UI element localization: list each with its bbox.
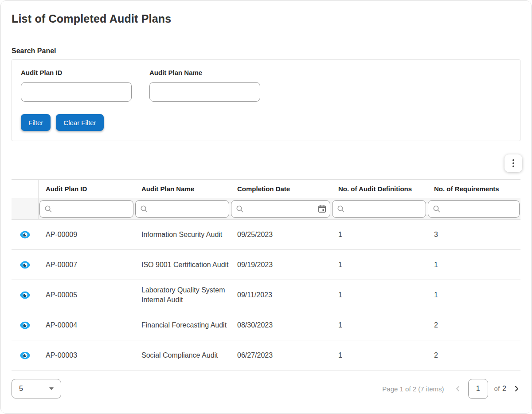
audit-plan-id-input[interactable] <box>21 82 132 102</box>
title-divider <box>12 37 520 37</box>
prev-page-button[interactable] <box>454 384 462 393</box>
table-row: AP-00005 Laboratory Quality System Inter… <box>12 280 520 310</box>
audit-plan-id-field: Audit Plan ID <box>21 69 132 102</box>
audit-plan-id-label: Audit Plan ID <box>21 69 132 76</box>
cell-audit-plan-id: AP-00004 <box>39 310 134 340</box>
filter-input-audit-definitions[interactable] <box>345 205 426 213</box>
cell-completion-date: 09/19/2023 <box>230 250 331 280</box>
table-pager: 5 Page 1 of 2 (7 items) of 2 <box>1 371 531 407</box>
filter-input-requirements[interactable] <box>441 205 519 213</box>
search-fields-row: Audit Plan ID Audit Plan Name <box>21 69 511 102</box>
filter-cell-id <box>39 198 134 219</box>
filter-cell-actions <box>12 198 39 219</box>
kebab-menu-icon <box>512 159 514 161</box>
chevron-right-icon <box>513 385 520 392</box>
table-row: AP-00007 ISO 9001 Certification Audit 09… <box>12 250 520 280</box>
column-header-audit-definitions: No. of Audit Definitions <box>331 180 427 198</box>
cell-audit-plan-id: AP-00007 <box>39 250 134 280</box>
page-title: List of Completed Audit Plans <box>12 12 520 25</box>
cell-requirements: 2 <box>427 310 520 340</box>
view-eye-icon[interactable] <box>20 351 31 359</box>
column-header-audit-plan-name: Audit Plan Name <box>134 180 230 198</box>
filter-cell-name <box>134 198 230 219</box>
search-panel-title: Search Panel <box>12 47 520 55</box>
pager-controls: Page 1 of 2 (7 items) of 2 <box>382 379 520 399</box>
table-menu-button[interactable] <box>505 154 522 172</box>
cell-audit-definitions: 1 <box>331 310 427 340</box>
chevron-left-icon <box>455 385 461 392</box>
view-eye-icon[interactable] <box>20 321 31 329</box>
table-row: AP-00004 Financial Forecasting Audit 08/… <box>12 310 520 340</box>
filter-cell-defs <box>331 198 427 219</box>
table-row: AP-00009 Information Security Audit 09/2… <box>12 220 520 250</box>
audit-plan-name-label: Audit Plan Name <box>149 69 260 76</box>
table-header-row: Audit Plan ID Audit Plan Name Completion… <box>12 180 520 198</box>
audit-plan-name-field: Audit Plan Name <box>149 69 260 102</box>
cell-audit-definitions: 1 <box>331 340 427 370</box>
cell-audit-definitions: 1 <box>331 250 427 280</box>
cell-audit-plan-id: AP-00003 <box>39 340 134 370</box>
of-label: of <box>494 385 500 392</box>
cell-completion-date: 08/30/2023 <box>230 310 331 340</box>
filter-cell-date <box>230 198 331 219</box>
search-icon <box>44 205 52 213</box>
search-icon <box>337 205 345 213</box>
search-buttons-row: Filter Clear Filter <box>21 114 511 131</box>
cell-audit-definitions: 1 <box>331 280 427 310</box>
table-toolbar <box>12 154 522 172</box>
cell-requirements: 3 <box>427 220 520 249</box>
page-header: List of Completed Audit Plans <box>1 1 531 25</box>
calendar-picker-button[interactable] <box>318 205 326 213</box>
cell-requirements: 1 <box>427 280 520 310</box>
cell-requirements: 2 <box>427 340 520 370</box>
table-row: AP-00003 Social Compliance Audit 06/27/2… <box>12 340 520 371</box>
search-icon <box>140 205 148 213</box>
audit-plans-card: List of Completed Audit Plans Search Pan… <box>0 0 532 414</box>
of-total-label: of 2 <box>494 385 506 393</box>
cell-audit-plan-id: AP-00009 <box>39 220 134 249</box>
cell-audit-plan-name: Social Compliance Audit <box>134 340 230 370</box>
page-summary: Page 1 of 2 (7 items) <box>382 385 444 393</box>
cell-audit-plan-id: AP-00005 <box>39 280 134 310</box>
total-pages: 2 <box>502 385 506 393</box>
search-icon <box>236 205 244 213</box>
cell-completion-date: 06/27/2023 <box>230 340 331 370</box>
view-eye-icon[interactable] <box>20 291 31 299</box>
cell-audit-plan-name: Laboratory Quality System Internal Audit <box>134 280 230 310</box>
filter-input-completion-date[interactable] <box>244 205 318 213</box>
audit-plans-table: Audit Plan ID Audit Plan Name Completion… <box>12 179 520 371</box>
page-size-select[interactable]: 5 <box>12 379 61 398</box>
cell-audit-plan-name: ISO 9001 Certification Audit <box>134 250 230 280</box>
page-number-input[interactable] <box>468 379 488 399</box>
filter-cell-reqs <box>427 198 520 219</box>
table-filter-row <box>12 198 520 220</box>
chevron-down-icon <box>49 387 54 390</box>
search-icon <box>433 205 441 213</box>
column-header-completion-date: Completion Date <box>230 180 331 198</box>
filter-input-audit-plan-id[interactable] <box>52 205 133 213</box>
column-header-requirements: No. of Requirements <box>427 180 520 198</box>
filter-input-audit-plan-name[interactable] <box>148 205 229 213</box>
cell-audit-plan-name: Financial Forecasting Audit <box>134 310 230 340</box>
actions-column-header <box>12 180 39 198</box>
audit-plan-name-input[interactable] <box>149 82 260 102</box>
cell-audit-plan-name: Information Security Audit <box>134 220 230 249</box>
clear-filter-button[interactable]: Clear Filter <box>56 114 103 131</box>
filter-button[interactable]: Filter <box>21 114 51 131</box>
view-eye-icon[interactable] <box>20 261 31 269</box>
cell-requirements: 1 <box>427 250 520 280</box>
calendar-icon <box>318 205 326 213</box>
view-eye-icon[interactable] <box>20 231 31 239</box>
cell-audit-definitions: 1 <box>331 220 427 249</box>
cell-completion-date: 09/25/2023 <box>230 220 331 249</box>
column-header-audit-plan-id: Audit Plan ID <box>39 180 134 198</box>
next-page-button[interactable] <box>512 384 520 393</box>
search-panel: Audit Plan ID Audit Plan Name Filter Cle… <box>12 59 520 141</box>
page-size-value: 5 <box>19 385 23 393</box>
cell-completion-date: 09/11/2023 <box>230 280 331 310</box>
